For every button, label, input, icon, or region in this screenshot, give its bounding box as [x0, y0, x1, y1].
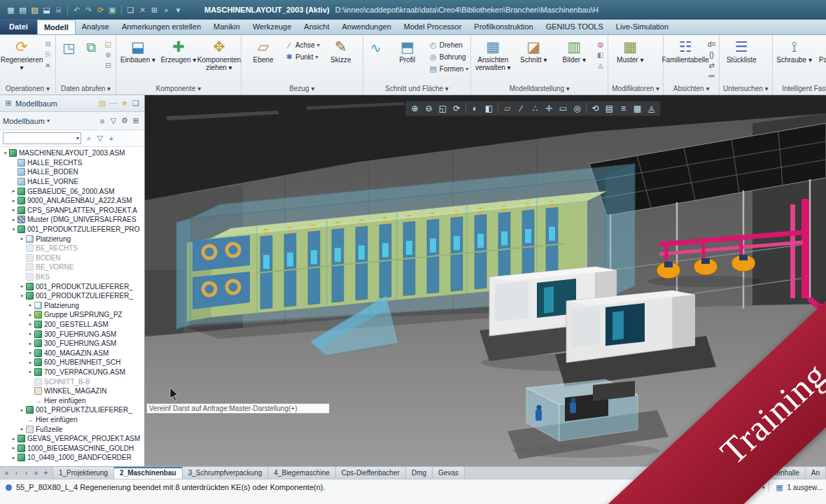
tree-item-gruppe-ursprung-pz[interactable]: ▸Gruppe URSPRUNG_PZ	[0, 310, 144, 320]
ribbon-button-schnitt[interactable]: ◪Schnitt ▾	[514, 37, 553, 64]
sheet-tab-3-schrumpfverpackung[interactable]: 3_Schrumpfverpackung	[183, 467, 269, 479]
sheet-tab-1-projektierung[interactable]: 1_Projektierung	[53, 467, 114, 479]
ribbon-tab-ansicht[interactable]: Ansicht	[298, 20, 335, 34]
ribbon-button-achse[interactable]: ∕Achse▾	[284, 40, 320, 50]
program-icon[interactable]: ≔	[706, 71, 717, 80]
shrinkwrap-icon[interactable]: ◱	[103, 39, 113, 49]
undo-icon[interactable]: ↶	[71, 5, 82, 15]
screen-icon[interactable]: ⊞	[149, 5, 160, 15]
windows-icon[interactable]: ❏	[125, 5, 136, 15]
tree-item-boden[interactable]: BODEN	[0, 253, 144, 263]
connections-icon[interactable]: ❏	[130, 98, 141, 109]
merge-icon[interactable]: ⊕	[103, 50, 113, 59]
sheet-tab-2-maschinenbau[interactable]: 2_Maschinenbau	[114, 467, 183, 479]
ribbon-button-formen[interactable]: ▤Formen▾	[428, 64, 468, 74]
tree-item-fußzeile[interactable]: ▸Fußzeile	[0, 424, 144, 434]
ribbon-tab-modell[interactable]: Modell	[37, 20, 76, 34]
saved-views-icon[interactable]: ▤	[603, 102, 616, 115]
inheritance-icon[interactable]: ⊟	[103, 60, 113, 70]
filter-icon[interactable]: ▽	[108, 115, 119, 127]
ribbon-group-label-untersuchen[interactable]: Untersuchen ▾	[720, 83, 772, 94]
tree-item-001-produktzulieferer[interactable]: ▾001_PRODUKTZULIEFERER_	[0, 291, 144, 301]
tree-search-box[interactable]: ▾	[3, 132, 81, 144]
regenerate-icon[interactable]: ⟳	[95, 5, 106, 15]
ribbon-group-label-daten-abrufen[interactable]: Daten abrufen ▾	[56, 83, 115, 94]
zoom-out-icon[interactable]: ⊖	[422, 102, 435, 115]
tree-item-maschinenlayout-2003-asm[interactable]: ▾MASCHINENLAYOUT_2003.ASM	[0, 148, 144, 158]
copy-icon[interactable]: ⧉	[43, 39, 53, 49]
history-icon[interactable]: ⋯	[108, 98, 119, 109]
tree-item-200-gestell-asm[interactable]: ▸200_GESTELL.ASM	[0, 320, 144, 330]
ribbon-button-ansichten-verwalten[interactable]: ▦Ansichten verwalten ▾	[473, 37, 512, 71]
annotation-display-icon[interactable]: ▭	[556, 102, 570, 115]
find-icon[interactable]: ⌕	[83, 133, 94, 144]
shading-icon[interactable]: ◐	[468, 102, 482, 115]
tree-item-halle-boden[interactable]: HALLE_BODEN	[0, 167, 144, 177]
axis-display-icon[interactable]: ∕	[514, 102, 528, 115]
last-sheet-icon[interactable]: »	[31, 468, 41, 477]
ribbon-group-label-bezug[interactable]: Bezug ▾	[241, 83, 363, 94]
csys-display-icon[interactable]: ✛	[542, 102, 556, 115]
ribbon-button-regenerieren[interactable]: ⟳Regenerieren ▾	[2, 37, 41, 71]
redo-icon[interactable]: ↷	[83, 5, 94, 15]
favorites-icon[interactable]: ★	[119, 98, 130, 109]
ribbon-group-label-modelldarstellung[interactable]: Modelldarstellung ▾	[471, 83, 608, 94]
ribbon-tab-genius-tools[interactable]: GENIUS TOOLS	[540, 20, 610, 34]
next-sheet-icon[interactable]: ›	[22, 468, 31, 477]
zoom-in-icon[interactable]: ⊕	[408, 102, 421, 115]
tree-item-gevas-verpack-projekt-asm[interactable]: ▸GEVAS_VERPACK_PROJEKT.ASM	[0, 434, 144, 444]
app-menu-icon[interactable]: ▦	[6, 5, 16, 15]
tree-item-winkel-magazin[interactable]: WINKEL_MAGAZIN	[0, 386, 144, 396]
perspective-view-icon[interactable]: ◬	[645, 102, 658, 115]
sheet-tab-4-biegemaschine[interactable]: 4_Biegemaschine	[268, 467, 336, 479]
ribbon-button-skizze[interactable]: ✎Skizze	[321, 37, 360, 64]
parameters-icon[interactable]: d=	[706, 39, 717, 49]
expand-icon[interactable]: ⊞	[130, 115, 141, 127]
new-file-icon[interactable]: ▤	[18, 5, 28, 15]
open-icon[interactable]: ▧	[29, 5, 40, 15]
tree-item-cps-spanplatten-projekt-a[interactable]: ▸CPS_SPANPLATTEN_PROJEKT.A	[0, 206, 144, 216]
paste-icon[interactable]: ⎘	[43, 50, 53, 59]
ribbon-tab-datei[interactable]: Datei	[0, 19, 37, 34]
ribbon-group-label-komponente[interactable]: Komponente ▾	[116, 83, 241, 94]
selection-filter-icon[interactable]: ▦	[774, 482, 785, 493]
tree-item-001-produktzulieferer-pro[interactable]: ▾001_PRODUKTZULIEFERER_PRO	[0, 225, 144, 234]
appearance-icon[interactable]: ◍	[595, 39, 606, 49]
tree-item-10-0449-1000-bandfoerder[interactable]: ▸10_0449_1000_BANDFOERDER	[0, 453, 144, 463]
filter-icon[interactable]: ▽	[94, 133, 106, 144]
ribbon-group-label-operationen[interactable]: Operationen ▾	[0, 83, 55, 94]
chevron-down-icon[interactable]: ▾	[47, 118, 50, 124]
interchange-icon[interactable]: ⇄	[706, 60, 717, 70]
ribbon-button-punkt[interactable]: ✱Punkt▾	[284, 52, 320, 62]
tree-item-be-vorne[interactable]: BE_VORNE	[0, 262, 144, 272]
ribbon-tab-analyse[interactable]: Analyse	[76, 20, 115, 34]
tree-item-hier-einfügen[interactable]: →Hier einfügen	[0, 396, 144, 405]
ribbon-group-label-intelligent-fastener[interactable]: Intelligent Fastener ▾	[773, 83, 826, 94]
plane-display-icon[interactable]: ▱	[500, 102, 514, 115]
add-icon[interactable]: +	[106, 133, 117, 144]
displaystyle-icon[interactable]: ◧	[482, 102, 496, 115]
tree-item-300-fuehrung-asm[interactable]: ▸300_FUEHRUNG.ASM	[0, 339, 144, 349]
save-icon[interactable]: ⬓	[41, 5, 52, 15]
ribbon-button-drehen[interactable]: ◴Drehen	[428, 40, 468, 50]
tree-item-001-produktzulieferer[interactable]: ▸001_PRODUKTZULIEFERER_	[0, 281, 144, 291]
tree-item-halle-rechts[interactable]: HALLE_RECHTS	[0, 158, 144, 168]
search-icon[interactable]: ⌕	[161, 5, 172, 15]
ribbon-button-komponenten-ziehen[interactable]: ✥Komponenten ziehen ▾	[200, 37, 239, 71]
dropdown-icon[interactable]: ▾	[173, 5, 183, 15]
tree-item-600-hubeinheit-sch[interactable]: ▸600_HUBEINHEIT_SCH	[0, 358, 144, 368]
ribbon-tab-model-processor[interactable]: Model Processor	[398, 20, 468, 34]
ribbon-button-muster[interactable]: ▦Muster ▾	[610, 37, 650, 64]
ribbon-button-familientabelle[interactable]: ☷Familientabelle	[666, 37, 705, 64]
ribbon-tab-manikin[interactable]: Manikin	[207, 20, 246, 34]
orient-icon[interactable]: ⟲	[589, 102, 602, 115]
tree-item-muster-dmg-universalfraes[interactable]: ▸Muster (DMG_UNIVERSALFRAES	[0, 215, 144, 225]
ribbon-tab-anmerkungen-erstellen[interactable]: Anmerkungen erstellen	[115, 20, 207, 34]
sheet-tab-an[interactable]: An	[806, 467, 826, 479]
tree-item-700-verpackung-asm[interactable]: ▸700_VERPACKUNG.ASM	[0, 368, 144, 377]
settings-icon[interactable]: ⚙	[119, 115, 130, 127]
spin-center-icon[interactable]: ◎	[570, 102, 584, 115]
ribbon-button-bohrung[interactable]: ◎Bohrung	[428, 52, 468, 62]
ribbon-button-ebene[interactable]: ▱Ebene	[244, 37, 283, 64]
ribbon-button-stückliste[interactable]: ☰Stückliste	[722, 37, 761, 64]
